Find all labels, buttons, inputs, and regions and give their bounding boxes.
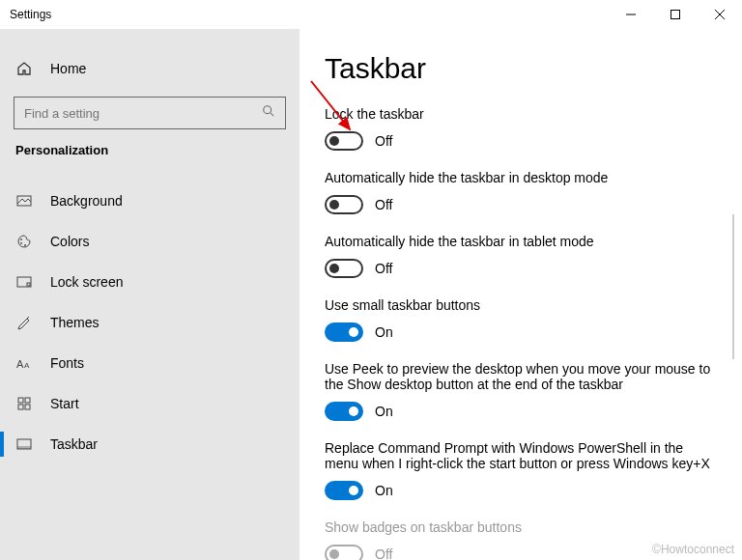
toggle[interactable] [325, 195, 363, 214]
svg-line-5 [271, 113, 274, 117]
sidebar: Home Personalization Background Colors [0, 29, 300, 560]
toggle[interactable] [325, 259, 363, 278]
sidebar-item-start[interactable]: Start [14, 383, 286, 424]
home-nav[interactable]: Home [14, 56, 286, 81]
toggle-state-label: On [375, 483, 393, 498]
search-icon [262, 104, 275, 122]
sidebar-item-colors[interactable]: Colors [14, 221, 286, 262]
sidebar-item-label: Lock screen [50, 274, 123, 290]
svg-rect-15 [25, 398, 30, 403]
toggle-state-label: Off [375, 133, 392, 149]
sidebar-item-background[interactable]: Background [14, 181, 286, 221]
start-icon [15, 395, 33, 412]
svg-point-4 [264, 106, 271, 114]
sidebar-item-taskbar[interactable]: Taskbar [14, 424, 286, 464]
toggle [325, 545, 363, 560]
home-label: Home [50, 61, 86, 76]
toggle-state-label: Off [375, 197, 392, 212]
svg-rect-1 [671, 11, 680, 19]
setting-row: Use Peek to preview the desktop when you… [325, 361, 718, 421]
minimize-button[interactable] [609, 0, 653, 29]
content-pane: Taskbar Lock the taskbarOffAutomatically… [300, 29, 742, 560]
scrollbar[interactable] [732, 214, 734, 359]
setting-row: Use small taskbar buttonsOn [325, 297, 718, 342]
home-icon [15, 60, 33, 77]
category-title: Personalization [14, 143, 286, 157]
svg-rect-16 [18, 405, 23, 409]
setting-label: Automatically hide the taskbar in tablet… [325, 234, 718, 249]
sidebar-item-label: Fonts [50, 355, 84, 371]
svg-rect-11 [27, 283, 30, 286]
sidebar-item-label: Colors [50, 234, 89, 249]
toggle[interactable] [325, 131, 363, 151]
sidebar-item-fonts[interactable]: AA Fonts [14, 343, 286, 383]
sidebar-item-label: Start [50, 396, 79, 411]
toggle[interactable] [325, 322, 363, 342]
svg-text:A: A [16, 358, 24, 370]
titlebar: Settings [0, 0, 742, 29]
setting-label: Use Peek to preview the desktop when you… [325, 361, 718, 392]
maximize-button[interactable] [653, 0, 698, 29]
svg-point-9 [24, 244, 26, 246]
svg-rect-14 [18, 398, 23, 403]
toggle-state-label: Off [375, 546, 392, 560]
svg-point-7 [20, 238, 22, 240]
sidebar-item-label: Background [50, 193, 123, 209]
palette-icon [15, 233, 33, 250]
sidebar-item-label: Themes [50, 315, 100, 330]
sidebar-item-lock-screen[interactable]: Lock screen [14, 262, 286, 302]
sidebar-item-label: Taskbar [50, 436, 98, 452]
themes-icon [15, 314, 33, 331]
toggle[interactable] [325, 402, 363, 421]
svg-rect-17 [25, 405, 30, 409]
setting-row: Automatically hide the taskbar in tablet… [325, 234, 718, 278]
svg-point-8 [20, 242, 22, 244]
window-title: Settings [10, 8, 51, 21]
toggle[interactable] [325, 481, 363, 500]
page-title: Taskbar [325, 52, 718, 85]
watermark: ©Howtoconnect [652, 543, 734, 556]
setting-row: Replace Command Prompt with Windows Powe… [325, 440, 718, 500]
setting-label: Lock the taskbar [325, 106, 718, 122]
svg-rect-19 [17, 446, 31, 449]
fonts-icon: AA [15, 354, 33, 372]
search-box[interactable] [14, 97, 286, 129]
close-button[interactable] [698, 0, 742, 29]
setting-label: Show badges on taskbar buttons [325, 519, 718, 535]
window-controls [609, 0, 742, 29]
svg-text:A: A [24, 361, 30, 370]
toggle-state-label: On [375, 324, 393, 340]
lock-screen-icon [15, 273, 33, 291]
setting-row: Automatically hide the taskbar in deskto… [325, 170, 718, 214]
setting-label: Replace Command Prompt with Windows Powe… [325, 440, 718, 471]
setting-label: Use small taskbar buttons [325, 297, 718, 313]
setting-label: Automatically hide the taskbar in deskto… [325, 170, 718, 185]
sidebar-item-themes[interactable]: Themes [14, 302, 286, 343]
toggle-state-label: Off [375, 261, 392, 276]
toggle-state-label: On [375, 404, 393, 419]
image-icon [15, 192, 33, 210]
nav-list: Background Colors Lock screen Themes [14, 181, 286, 464]
setting-row: Lock the taskbarOff [325, 106, 718, 151]
taskbar-icon [15, 435, 33, 453]
search-input[interactable] [24, 106, 262, 121]
